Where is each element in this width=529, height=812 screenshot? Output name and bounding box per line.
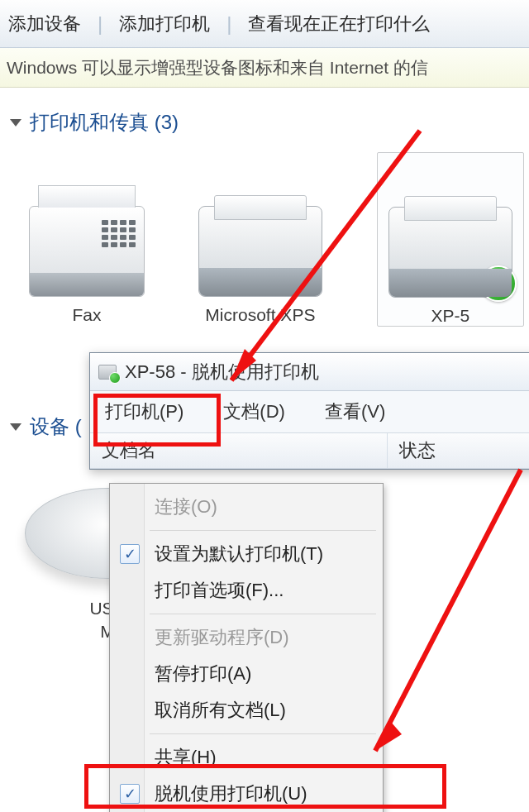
device-fax[interactable]: Fax (5, 152, 169, 327)
col-status[interactable]: 状态 (388, 438, 436, 463)
menu-separator (150, 614, 376, 614)
svg-line-0 (231, 131, 420, 380)
menu-separator (150, 530, 376, 531)
fax-icon (29, 206, 145, 297)
svg-marker-3 (375, 721, 402, 751)
toolbar-add-device[interactable]: 添加设备 (8, 12, 81, 36)
menu-item-pause[interactable]: 暂停打印(A) (112, 656, 381, 692)
chevron-down-icon (10, 119, 21, 127)
printer-small-icon (98, 365, 117, 380)
menu-item-cancel-all[interactable]: 取消所有文档(L) (112, 692, 381, 728)
toolbar: 添加设备 | 添加打印机 | 查看现在正在打印什么 (0, 0, 529, 48)
chevron-down-icon (10, 423, 21, 431)
toolbar-view-queue[interactable]: 查看现在正在打印什么 (248, 12, 430, 36)
menu-item-connect: 连接(O) (112, 489, 381, 525)
menu-separator (150, 733, 376, 734)
section-devices-header[interactable]: 设备 ( (5, 413, 82, 440)
menu-item-set-default[interactable]: ✓ 设置为默认打印机(T) (112, 536, 381, 572)
menu-view[interactable]: 查看(V) (315, 394, 395, 429)
menu-item-preferences[interactable]: 打印首选项(F)... (112, 572, 381, 609)
toolbar-separator: | (98, 12, 102, 36)
annotation-arrow-2 (355, 463, 529, 769)
section-devices-title: 设备 ( (30, 413, 82, 440)
info-bar: Windows 可以显示增强型设备图标和来自 Internet 的信 (0, 48, 529, 88)
menu-document[interactable]: 文档(D) (213, 394, 295, 429)
toolbar-add-printer[interactable]: 添加打印机 (119, 12, 210, 36)
device-label: Fax (5, 297, 169, 325)
check-icon: ✓ (120, 544, 140, 564)
menu-item-update-driver: 更新驱动程序(D) (112, 619, 381, 656)
default-check-icon: ✓ (480, 265, 517, 302)
section-printers-title: 打印机和传真 (3) (30, 109, 179, 136)
annotation-box-offline-item (84, 764, 446, 809)
printer-menu-dropdown: 连接(O) ✓ 设置为默认打印机(T) 打印首选项(F)... 更新驱动程序(D… (109, 483, 384, 812)
annotation-box-printer-menu (93, 394, 221, 447)
toolbar-separator: | (226, 12, 231, 36)
annotation-arrow-1 (207, 124, 430, 397)
svg-line-2 (375, 470, 521, 751)
